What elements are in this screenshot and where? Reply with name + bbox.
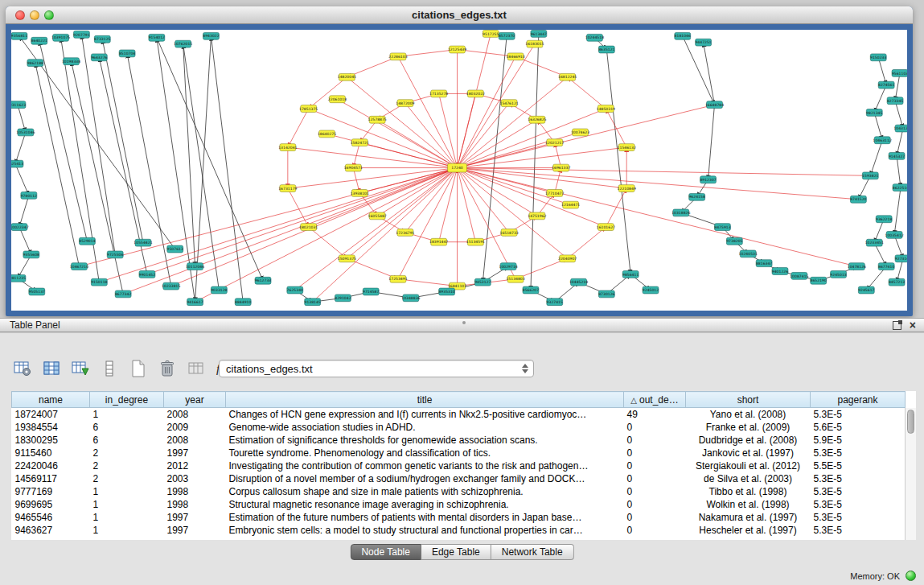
graph-node-label: 9725506 [107, 253, 123, 257]
table-row[interactable]: 911546021997Tourette syndrome. Phenomeno… [12, 447, 906, 459]
window-title: citations_edges.txt [6, 9, 913, 21]
cell-short: Franke et al. (2009) [686, 421, 811, 434]
merge-tables-button[interactable] [185, 358, 207, 379]
graph-node-label: 14872009 [396, 101, 414, 105]
graph-node-label: 9145327 [889, 154, 905, 159]
network-canvas[interactable]: 1724016961337120212171632682515476121180… [11, 30, 907, 311]
graph-node-label: 11546132 [618, 146, 636, 150]
cell-short: de Silva et al. (2003) [686, 472, 811, 485]
cell-pagerank: 5.6E-5 [811, 421, 906, 434]
graph-node-label: 10467210 [70, 265, 88, 269]
column-header-short[interactable]: short [686, 392, 811, 408]
table-selector[interactable]: citations_edges.txt [219, 360, 534, 377]
graph-edge [458, 120, 537, 168]
tab-network-table[interactable]: Network Table [491, 544, 574, 560]
column-header-year[interactable]: year [164, 392, 226, 408]
cell-title: Genome-wide association studies in ADHD. [226, 421, 624, 434]
float-panel-icon[interactable] [893, 321, 901, 330]
create-table-button[interactable] [127, 358, 149, 379]
graph-node-label: 12164471 [561, 203, 580, 207]
graph-node-label: 9738205 [726, 239, 742, 243]
graph-node-label: 10431258 [893, 126, 907, 130]
table-row[interactable]: 2242004622012Investigating the contribut… [12, 459, 906, 472]
graph-node-label: 17240 [451, 166, 463, 170]
cell-year: 2009 [164, 421, 226, 434]
window-titlebar[interactable]: citations_edges.txt [6, 6, 913, 24]
cell-in_degree: 1 [90, 498, 164, 511]
column-header-name[interactable]: name [12, 392, 90, 408]
show-columns-button[interactable] [40, 358, 62, 379]
table-row[interactable]: 946554611997Estimation of the future num… [12, 511, 906, 524]
graph-edge [568, 77, 606, 109]
graph-edge [295, 168, 458, 290]
graph-edge [897, 129, 903, 156]
graph-node-label: 13938101 [351, 192, 369, 196]
graph-edge [309, 77, 347, 109]
graph-node-label: 10198338 [62, 60, 80, 64]
import-table-button[interactable] [69, 358, 91, 379]
graph-node-label: 22061018 [328, 97, 347, 101]
table-panel-header: Table Panel × [0, 318, 924, 332]
cell-year: 2008 [164, 434, 226, 447]
cell-title: Corpus callosum shape and size in male p… [226, 485, 624, 498]
graph-node-label: 9362218 [876, 217, 892, 221]
graph-node-label: 9624158 [688, 196, 704, 200]
table-row[interactable]: 1456911722003Disruption of a novel membe… [12, 472, 906, 485]
cell-pagerank: 5.9E-5 [811, 434, 906, 447]
table-options-button[interactable] [11, 358, 33, 379]
sort-asc-icon: △ [630, 396, 637, 405]
column-header-out-degree[interactable]: △out_de… [624, 392, 686, 408]
graph-node-label: 8510704 [119, 51, 135, 56]
cell-out_degree: 0 [624, 485, 686, 498]
graph-node-label: 10233451 [865, 241, 884, 245]
table-row[interactable]: 1830029562008Estimation of significance … [12, 434, 906, 447]
tab-edge-table[interactable]: Edge Table [421, 544, 491, 560]
cell-short: Jankovic et al. (1997) [686, 447, 811, 459]
graph-node-label: 10445218 [569, 280, 588, 284]
window-frame: 1724016961337120212171632682515476121180… [6, 24, 913, 316]
graph-node-label: 17710477 [545, 192, 564, 196]
graph-node-label: 9245013 [830, 273, 846, 277]
graph-edge [897, 156, 901, 187]
column-header-pagerank[interactable]: pagerank [811, 392, 906, 408]
cell-name: 9699695 [12, 498, 90, 511]
show-columns-icon [42, 359, 61, 378]
network-graph: 1724016961337120212171632682515476121180… [11, 30, 907, 311]
cell-title: Investigating the contribution of common… [226, 459, 624, 472]
table-row[interactable]: 969969511998Structural magnetic resonanc… [12, 498, 906, 511]
graph-node-label: 8291042 [335, 296, 351, 300]
cell-name: 9465546 [12, 511, 90, 524]
graph-node-label: 9517255 [483, 32, 499, 36]
cell-pagerank: 5.3E-5 [811, 408, 906, 421]
tab-node-table[interactable]: Node Table [350, 544, 421, 560]
table-row[interactable]: 1938455462009Genome-wide association stu… [12, 421, 906, 434]
cell-year: 1997 [164, 447, 226, 459]
table-row[interactable]: 1872400712008Changes of HCN gene express… [12, 408, 906, 421]
table-row[interactable]: 946362711997Embryonic stem cells: a mode… [12, 524, 906, 537]
close-panel-icon[interactable]: × [910, 321, 916, 330]
graph-node-label: 9154012 [149, 35, 165, 39]
graph-node-label: 10531046 [16, 130, 35, 134]
desktop: citations_edges.txt 17240169613371202121… [0, 0, 924, 585]
cell-name: 9777169 [12, 485, 90, 498]
graph-node-label: 9613447 [531, 32, 547, 36]
table-row[interactable]: 977716911998Corpus callosum shape and si… [12, 485, 906, 498]
graph-node-label: 8457213 [889, 280, 905, 284]
graph-node-label: 10318826 [671, 211, 690, 215]
delete-table-button[interactable] [156, 358, 178, 379]
row-tools-button[interactable] [98, 358, 120, 379]
graph-edge [195, 168, 458, 303]
graph-edge [327, 134, 458, 167]
graph-node-label: 18021031 [299, 225, 318, 229]
column-header-in-degree[interactable]: in_degree [90, 392, 164, 408]
splitter-grip[interactable] [462, 321, 466, 324]
column-header-title[interactable]: title [226, 392, 624, 408]
graph-node-label: 18391447 [429, 240, 448, 244]
table-scrollbar[interactable] [905, 408, 916, 540]
cell-out_degree: 0 [624, 434, 686, 447]
graph-node-label: 16961337 [552, 166, 570, 170]
cell-year: 1998 [164, 498, 226, 511]
table-scrollbar-thumb[interactable] [907, 410, 914, 434]
cell-pagerank: 5.3E-5 [811, 498, 906, 511]
graph-node-label: 8640221 [31, 39, 47, 43]
